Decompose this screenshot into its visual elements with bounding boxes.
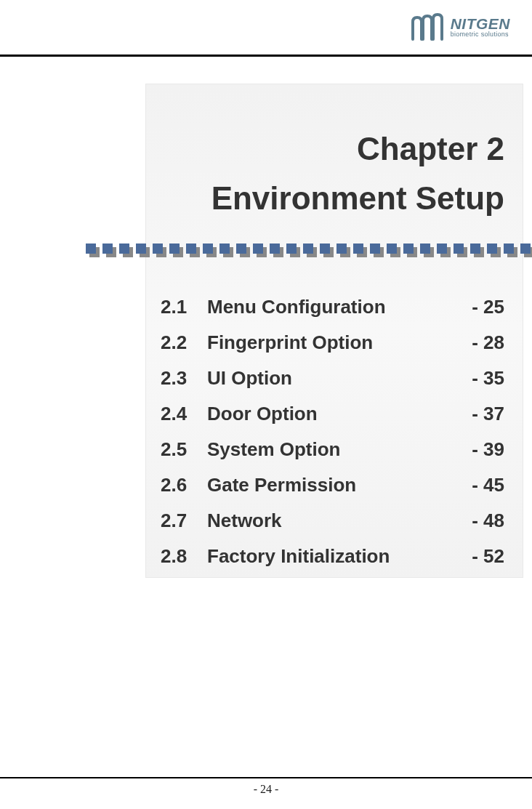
divider-dot-icon <box>387 243 398 257</box>
chapter-name: Environment Setup <box>146 174 504 223</box>
page-number: - 24 - <box>254 783 279 795</box>
divider-dot-icon <box>102 243 114 257</box>
toc-section-number: 2.7 <box>161 510 207 532</box>
toc-page-ref: - 37 <box>472 403 504 425</box>
table-of-contents: 2.1 Menu Configuration - 25 2.2 Fingerpr… <box>146 223 523 568</box>
toc-page-ref: - 39 <box>472 438 504 461</box>
toc-section-title: Menu Configuration <box>207 296 386 318</box>
divider-dots <box>86 243 532 257</box>
toc-section-number: 2.6 <box>161 474 207 496</box>
divider-dot-icon <box>270 243 281 257</box>
toc-page-ref: - 35 <box>472 367 504 390</box>
toc-section-title: Door Option <box>207 403 318 425</box>
toc-page-ref: - 25 <box>472 296 504 318</box>
toc-page-ref: - 52 <box>472 545 504 568</box>
divider-dot-icon <box>136 243 148 257</box>
divider-dot-icon <box>169 243 181 257</box>
toc-section-title: Gate Permission <box>207 474 356 496</box>
chapter-content-box: Chapter 2 Environment Setup 2.1 Menu Con… <box>145 84 523 578</box>
toc-section-title: System Option <box>207 438 340 461</box>
toc-item: 2.1 Menu Configuration - 25 <box>161 296 504 318</box>
logo-text: NITGEN biometric solutions <box>451 16 510 38</box>
divider-dot-icon <box>504 243 515 257</box>
divider-dot-icon <box>403 243 415 257</box>
toc-section-number: 2.5 <box>161 438 207 461</box>
page-header: NITGEN biometric solutions <box>0 0 532 57</box>
toc-item: 2.2 Fingerprint Option - 28 <box>161 331 504 354</box>
divider-dot-icon <box>119 243 131 257</box>
chapter-title: Chapter 2 Environment Setup <box>146 84 523 223</box>
divider-dot-icon <box>437 243 448 257</box>
divider-dot-icon <box>219 243 231 257</box>
toc-section-title: UI Option <box>207 367 292 390</box>
logo-company-name: NITGEN <box>451 16 510 31</box>
divider-dot-icon <box>303 243 315 257</box>
toc-item: 2.4 Door Option - 37 <box>161 403 504 425</box>
toc-section-number: 2.8 <box>161 545 207 568</box>
divider-dot-icon <box>286 243 298 257</box>
page-footer: - 24 - <box>0 777 532 809</box>
divider-dot-icon <box>420 243 432 257</box>
toc-section-number: 2.2 <box>161 331 207 354</box>
divider-dot-icon <box>487 243 499 257</box>
logo-tagline: biometric solutions <box>451 31 510 38</box>
logo-mark-icon <box>411 13 446 41</box>
toc-item: 2.7 Network - 48 <box>161 510 504 532</box>
toc-item: 2.5 System Option - 39 <box>161 438 504 461</box>
divider-dot-icon <box>153 243 164 257</box>
toc-item: 2.6 Gate Permission - 45 <box>161 474 504 496</box>
toc-section-title: Factory Initialization <box>207 545 390 568</box>
toc-page-ref: - 45 <box>472 474 504 496</box>
toc-section-number: 2.1 <box>161 296 207 318</box>
divider-dot-icon <box>186 243 198 257</box>
divider-dot-icon <box>236 243 248 257</box>
divider-dot-icon <box>454 243 465 257</box>
divider-dot-icon <box>86 243 97 257</box>
toc-item: 2.8 Factory Initialization - 52 <box>161 545 504 568</box>
toc-item: 2.3 UI Option - 35 <box>161 367 504 390</box>
toc-section-title: Network <box>207 510 282 532</box>
divider-dot-icon <box>320 243 331 257</box>
toc-page-ref: - 48 <box>472 510 504 532</box>
toc-section-number: 2.3 <box>161 367 207 390</box>
chapter-number: Chapter 2 <box>146 124 504 174</box>
toc-section-number: 2.4 <box>161 403 207 425</box>
divider-dot-icon <box>336 243 348 257</box>
divider-dot-icon <box>370 243 382 257</box>
divider-dot-icon <box>253 243 265 257</box>
divider-dot-icon <box>353 243 365 257</box>
company-logo: NITGEN biometric solutions <box>411 13 510 41</box>
divider-dot-icon <box>520 243 532 257</box>
toc-page-ref: - 28 <box>472 331 504 354</box>
toc-section-title: Fingerprint Option <box>207 331 373 354</box>
divider-dot-icon <box>470 243 482 257</box>
divider-dot-icon <box>203 243 214 257</box>
